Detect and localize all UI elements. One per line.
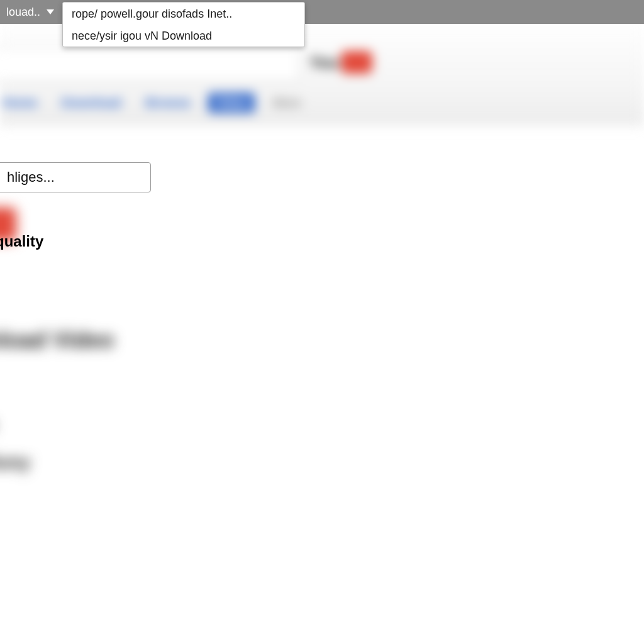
nav-tab-more[interactable]: More <box>266 93 308 113</box>
nav-tab-video[interactable]: Video <box>208 93 255 113</box>
play-icon <box>341 51 372 74</box>
logo-text: You <box>309 53 338 72</box>
url-search-box[interactable] <box>0 48 299 82</box>
chevron-down-icon <box>47 9 54 14</box>
suggestion-item[interactable]: nece/ysir igou vN Download <box>63 25 304 47</box>
site-logo[interactable]: You <box>309 45 375 79</box>
search-input[interactable]: hliges... <box>0 162 151 192</box>
page-body-blurred: nload Video n iluny <box>0 208 644 597</box>
quality-label: quality <box>0 233 43 250</box>
address-suggestions-dropdown[interactable]: rope/ powell.gour disofads Inet.. nece/y… <box>62 2 305 47</box>
suggestion-item[interactable]: rope/ powell.gour disofads Inet.. <box>63 3 304 25</box>
primary-nav: Home Download Browse Video More <box>0 93 308 113</box>
download-video-heading: nload Video <box>0 327 114 353</box>
nav-tab-download[interactable]: Download <box>55 93 128 113</box>
section-label-2: iluny <box>0 452 30 473</box>
tab-label: louad.. <box>6 0 40 24</box>
search-input-placeholder: hliges... <box>7 169 55 186</box>
nav-tab-home[interactable]: Home <box>0 93 44 113</box>
nav-tab-browse[interactable]: Browse <box>139 93 197 113</box>
